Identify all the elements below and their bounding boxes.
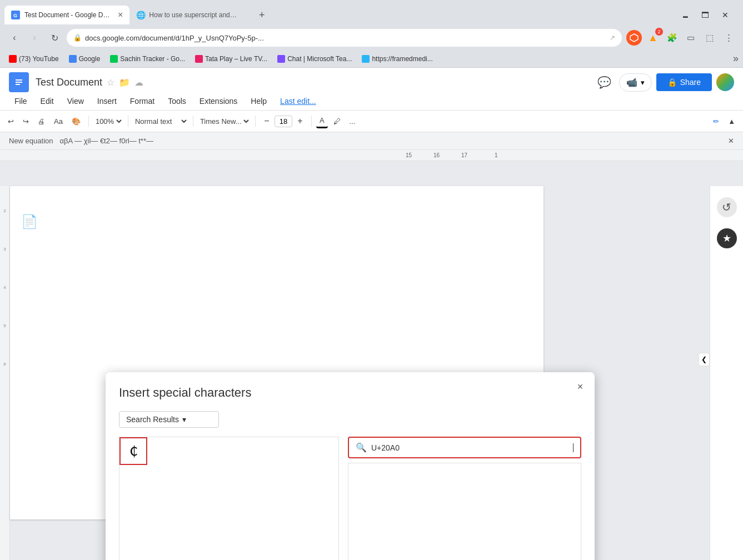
- back-button[interactable]: ‹: [7, 30, 22, 46]
- page-icon: 📄: [21, 214, 38, 229]
- paint-format-button[interactable]: 🎨: [68, 115, 84, 128]
- tab-close-button[interactable]: ×: [118, 10, 123, 20]
- active-tab[interactable]: G Test Document - Google Docs ×: [4, 6, 129, 24]
- docs-header: Test Document ☆ 📁 ☁ 💬 📹 ▾ 🔒 Share: [0, 68, 743, 92]
- menu-help[interactable]: Help: [245, 94, 272, 108]
- equation-bar: New equation αβΑ — χil— €t2— f0rl— t**— …: [0, 132, 743, 150]
- svg-rect-4: [16, 79, 22, 81]
- search-results-dropdown[interactable]: Search Results ▾: [119, 411, 219, 428]
- font-color-button[interactable]: A: [316, 114, 328, 128]
- menu-file[interactable]: File: [9, 94, 33, 108]
- more-bookmarks[interactable]: »: [733, 53, 739, 64]
- char-grid-area: ₵: [119, 437, 339, 560]
- toolbar-sep-5: [311, 116, 312, 127]
- bookmark-teams-label: Chat | Microsoft Tea...: [287, 55, 352, 63]
- font-size-increase[interactable]: +: [293, 114, 307, 128]
- menu-format[interactable]: Format: [124, 94, 160, 108]
- share-button[interactable]: 🔒 Share: [656, 73, 712, 91]
- menu-extensions[interactable]: Extensions: [194, 94, 243, 108]
- char-preview-area: [348, 463, 581, 560]
- docs-title-area: Test Document ☆ 📁 ☁: [36, 77, 588, 88]
- star-icon-btn[interactable]: ★: [717, 228, 737, 248]
- new-tab-button[interactable]: +: [254, 7, 270, 23]
- bookmark-youtube-label: (73) YouTube: [19, 55, 59, 63]
- undo-button[interactable]: ↩: [4, 115, 17, 128]
- split-view-button[interactable]: ▭: [683, 30, 699, 46]
- bookmark-tata-label: Tata Play – Live TV...: [205, 55, 267, 63]
- bookmark-youtube[interactable]: (73) YouTube: [4, 53, 63, 65]
- bookmark-framed[interactable]: https://framedmedi...: [357, 53, 437, 65]
- tab-title: Test Document - Google Docs: [24, 11, 113, 19]
- more-toolbar-button[interactable]: ...: [346, 115, 359, 128]
- inactive-tab[interactable]: 🌐 How to use superscript and subscript: [129, 6, 252, 24]
- meet-button[interactable]: 📹 ▾: [619, 73, 652, 92]
- redo-button[interactable]: ↪: [19, 115, 32, 128]
- ruler-v-2: 2: [3, 208, 6, 213]
- print-button[interactable]: 🖨: [34, 115, 48, 128]
- char-cell-first[interactable]: ₵: [119, 437, 147, 465]
- spelling-button[interactable]: Aa: [51, 115, 66, 128]
- bookmark-google-label: Google: [79, 55, 101, 63]
- svg-rect-6: [16, 84, 20, 85]
- meet-icon: 📹: [626, 77, 637, 88]
- folder-icon[interactable]: 📁: [119, 77, 130, 88]
- toolbar-sep-1: [88, 116, 89, 127]
- maximize-button[interactable]: 🗖: [696, 8, 714, 22]
- menu-edit[interactable]: Edit: [35, 94, 59, 108]
- font-select[interactable]: Times New...: [198, 117, 251, 126]
- edit-mode-button[interactable]: ✏: [710, 115, 722, 128]
- zoom-select[interactable]: 100%: [93, 117, 123, 126]
- bookmark-framed-label: https://framedmedi...: [372, 55, 432, 63]
- search-input-container[interactable]: 🔍 U+20A0: [348, 437, 581, 458]
- close-button[interactable]: ✕: [716, 8, 734, 22]
- teams-icon: [277, 55, 285, 63]
- menu-button[interactable]: ⋮: [721, 30, 736, 46]
- char-display: ₵: [129, 443, 138, 459]
- address-input[interactable]: 🔒 docs.google.com/document/d/1hP_y_UsnQ7…: [67, 29, 622, 47]
- brave-icon[interactable]: [626, 30, 642, 46]
- browser-chrome: G Test Document - Google Docs × 🌐 How to…: [0, 0, 743, 68]
- right-panel: ↺ ★: [710, 186, 743, 560]
- ruler-mark-1: 1: [495, 152, 498, 158]
- refresh-icon-btn[interactable]: ↺: [717, 197, 737, 217]
- toolbar-expand[interactable]: ▲: [725, 115, 739, 128]
- menu-last-edit[interactable]: Last edit...: [275, 94, 322, 108]
- docs-menu: File Edit View Insert Format Tools Exten…: [0, 92, 743, 110]
- tab-favicon: G: [11, 11, 20, 19]
- extensions-button[interactable]: 🧩: [664, 30, 680, 46]
- bookmark-sachin-label: Sachin Tracker - Go...: [120, 55, 185, 63]
- collapse-panel-button[interactable]: ❮: [699, 353, 710, 366]
- menu-tools[interactable]: Tools: [162, 94, 192, 108]
- menu-insert[interactable]: Insert: [92, 94, 122, 108]
- sidebar-button[interactable]: ⬚: [702, 30, 717, 46]
- ruler-v-3: 3: [3, 247, 6, 252]
- equation-close[interactable]: ✕: [728, 137, 734, 145]
- window-controls: 🗕 🗖 ✕: [676, 8, 739, 22]
- toolbar-sep-4: [255, 116, 256, 127]
- search-input-value[interactable]: U+20A0: [371, 443, 567, 452]
- cloud-icon[interactable]: ☁: [134, 77, 143, 88]
- style-select[interactable]: Normal text: [133, 117, 188, 126]
- bookmark-google[interactable]: Google: [64, 53, 105, 65]
- star-icon[interactable]: ☆: [107, 77, 114, 88]
- dialog-close-button[interactable]: ×: [572, 379, 588, 394]
- bookmarks-bar: (73) YouTube Google Sachin Tracker - Go.…: [0, 50, 743, 68]
- reload-button[interactable]: ↻: [47, 30, 62, 46]
- format-toolbar: ↩ ↪ 🖨 Aa 🎨 100% Normal text Times New...…: [0, 110, 743, 132]
- font-size-display[interactable]: 18: [275, 116, 292, 127]
- user-avatar[interactable]: [716, 73, 734, 91]
- vertical-ruler: 2 3 4 5 6: [0, 186, 10, 560]
- comments-button[interactable]: 💬: [595, 72, 615, 92]
- ruler-mark-17: 17: [461, 152, 467, 158]
- bookmark-tata[interactable]: Tata Play – Live TV...: [191, 53, 272, 65]
- forward-button[interactable]: ›: [27, 30, 42, 46]
- dropdown-arrow-icon: ▾: [182, 415, 186, 424]
- minimize-button[interactable]: 🗕: [676, 8, 694, 22]
- font-size-decrease[interactable]: −: [260, 114, 273, 128]
- svg-rect-5: [16, 82, 22, 83]
- highlight-button[interactable]: 🖊: [330, 115, 344, 128]
- bookmark-sachin[interactable]: Sachin Tracker - Go...: [106, 53, 190, 65]
- menu-view[interactable]: View: [62, 94, 89, 108]
- brave-rewards-icon[interactable]: ▲ 2: [645, 30, 661, 46]
- bookmark-teams[interactable]: Chat | Microsoft Tea...: [273, 53, 356, 65]
